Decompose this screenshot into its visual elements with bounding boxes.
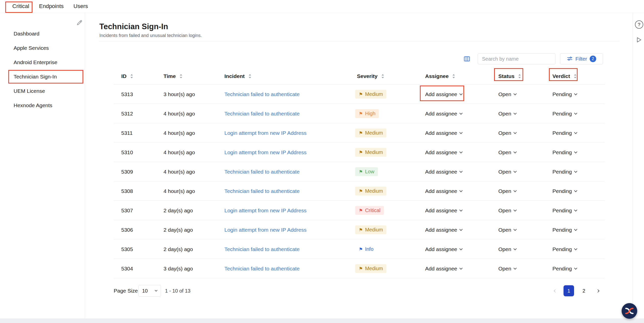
column-header-assignee[interactable]: Assignee <box>425 68 456 84</box>
severity-badge: ⚑ Medium <box>355 187 386 195</box>
column-header-id[interactable]: ID <box>121 68 134 84</box>
verdict-dropdown[interactable]: Pending <box>552 259 577 278</box>
column-header-verdict[interactable]: Verdict <box>552 68 577 84</box>
verdict-dropdown[interactable]: Pending <box>552 143 577 162</box>
add-assignee-dropdown[interactable]: Add assignee <box>425 239 462 259</box>
incident-link[interactable]: Login attempt from new IP Address <box>224 149 306 155</box>
page-button-2[interactable]: 2 <box>579 285 589 296</box>
chevron-down-icon <box>574 208 577 212</box>
incident-link[interactable]: Technician failed to authenticate <box>224 169 300 175</box>
sidebar-item-technician-sign-in[interactable]: Technician Sign-In <box>0 69 85 84</box>
sort-icon[interactable] <box>248 74 252 79</box>
status-dropdown[interactable]: Open <box>498 259 516 278</box>
add-assignee-dropdown[interactable]: Add assignee <box>425 220 462 239</box>
status-dropdown[interactable]: Open <box>498 162 516 181</box>
add-assignee-dropdown[interactable]: Add assignee <box>425 201 462 220</box>
next-page-button[interactable] <box>593 286 603 296</box>
column-header-status[interactable]: Status <box>498 68 521 84</box>
column-header-time[interactable]: Time <box>164 68 183 84</box>
status-dropdown[interactable]: Open <box>498 181 516 201</box>
add-assignee-dropdown[interactable]: Add assignee <box>425 181 462 201</box>
status-dropdown[interactable]: Open <box>498 220 516 239</box>
chevron-down-icon <box>574 266 577 270</box>
incident-link[interactable]: Login attempt from new IP Address <box>224 130 306 136</box>
flag-icon: ⚑ <box>359 228 363 232</box>
page-button-1[interactable]: 1 <box>564 285 574 296</box>
incident-link[interactable]: Technician failed to authenticate <box>224 246 300 252</box>
column-header-incident[interactable]: Incident <box>224 68 252 84</box>
verdict-dropdown[interactable]: Pending <box>552 220 577 239</box>
verdict-dropdown[interactable]: Pending <box>552 123 577 143</box>
sort-icon[interactable] <box>130 74 134 79</box>
incident-time: 4 hour(s) ago <box>164 181 195 201</box>
incident-link[interactable]: Login attempt from new IP Address <box>224 208 306 214</box>
table-row: 5306 2 day(s) ago Login attempt from new… <box>114 220 605 239</box>
incident-link[interactable]: Technician failed to authenticate <box>224 266 300 272</box>
severity-cell: ⚑ Critical <box>355 201 384 220</box>
status-dropdown[interactable]: Open <box>498 123 516 143</box>
previous-page-button[interactable] <box>550 286 560 296</box>
play-icon[interactable] <box>636 37 642 44</box>
incident-link[interactable]: Technician failed to authenticate <box>224 91 300 97</box>
chevron-down-icon <box>574 131 577 134</box>
incident-cell: Technician failed to authenticate <box>224 162 300 181</box>
incident-link[interactable]: Technician failed to authenticate <box>224 111 300 117</box>
verdict-dropdown[interactable]: Pending <box>552 104 577 123</box>
filter-button[interactable]: Filter 2 <box>560 53 603 64</box>
incident-link[interactable]: Technician failed to authenticate <box>224 188 300 194</box>
chevron-down-icon <box>574 228 577 231</box>
help-icon[interactable]: ? <box>635 20 643 29</box>
table-row: 5312 4 hour(s) ago Technician failed to … <box>114 104 605 123</box>
status-dropdown[interactable]: Open <box>498 239 516 259</box>
sidebar-item-android-enterprise[interactable]: Android Enterprise <box>0 55 85 69</box>
search-input[interactable] <box>478 53 555 64</box>
app-root: Critical Endpoints Users Dashboard Apple… <box>0 0 644 323</box>
sidebar-item-dashboard[interactable]: Dashboard <box>0 26 85 41</box>
manage-columns-icon[interactable] <box>463 55 470 63</box>
assignee-label: Add assignee <box>425 266 457 272</box>
verdict-dropdown[interactable]: Pending <box>552 239 577 259</box>
incident-time: 2 day(s) ago <box>164 201 193 220</box>
status-dropdown[interactable]: Open <box>498 201 516 220</box>
incident-id: 5306 <box>121 220 133 239</box>
add-assignee-dropdown[interactable]: Add assignee <box>425 123 462 143</box>
tab-users[interactable]: Users <box>73 3 88 10</box>
verdict-dropdown[interactable]: Pending <box>552 85 577 104</box>
tab-endpoints[interactable]: Endpoints <box>39 3 64 10</box>
status-label: Open <box>498 169 511 175</box>
verdict-dropdown[interactable]: Pending <box>552 162 577 181</box>
sort-icon[interactable] <box>179 74 183 79</box>
incident-id: 5313 <box>121 85 133 104</box>
status-label: Open <box>498 111 511 117</box>
incident-link[interactable]: Login attempt from new IP Address <box>224 227 306 233</box>
status-dropdown[interactable]: Open <box>498 85 516 104</box>
add-assignee-dropdown[interactable]: Add assignee <box>425 259 462 278</box>
sidebar-item-hexnode-agents[interactable]: Hexnode Agents <box>0 98 85 112</box>
hexnode-logo[interactable] <box>622 303 637 319</box>
verdict-dropdown[interactable]: Pending <box>552 181 577 201</box>
column-header-severity[interactable]: Severity <box>357 68 385 84</box>
status-label: Open <box>498 266 511 272</box>
status-dropdown[interactable]: Open <box>498 104 516 123</box>
incident-time: 3 day(s) ago <box>164 259 193 278</box>
tab-critical[interactable]: Critical <box>12 3 29 10</box>
incident-cell: Login attempt from new IP Address <box>224 123 306 143</box>
add-assignee-dropdown[interactable]: Add assignee <box>425 162 462 181</box>
sidebar-item-apple-services[interactable]: Apple Services <box>0 41 85 55</box>
edit-pencil-icon[interactable] <box>76 19 83 27</box>
sort-icon[interactable] <box>452 74 456 79</box>
verdict-dropdown[interactable]: Pending <box>552 201 577 220</box>
add-assignee-dropdown[interactable]: Add assignee <box>425 85 462 104</box>
sort-icon[interactable] <box>518 74 521 79</box>
sidebar-item-uem-license[interactable]: UEM License <box>0 84 85 98</box>
status-dropdown[interactable]: Open <box>498 143 516 162</box>
flag-icon: ⚑ <box>359 208 363 213</box>
add-assignee-dropdown[interactable]: Add assignee <box>425 143 462 162</box>
flag-icon: ⚑ <box>359 150 363 155</box>
severity-cell: ⚑ Medium <box>355 85 386 104</box>
sort-icon[interactable] <box>381 74 385 79</box>
add-assignee-dropdown[interactable]: Add assignee <box>425 104 462 123</box>
verdict-label: Pending <box>552 130 572 136</box>
page-size-select[interactable]: 10 <box>138 285 161 297</box>
sort-icon[interactable] <box>573 74 577 79</box>
